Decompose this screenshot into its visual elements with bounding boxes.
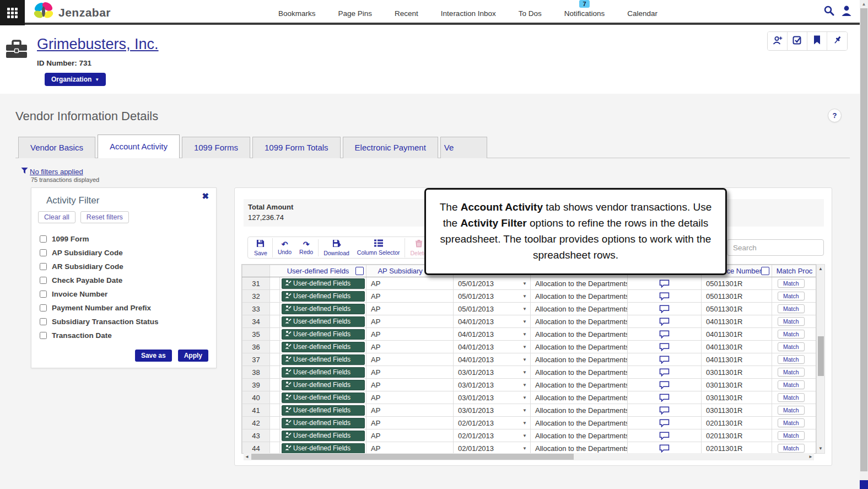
tab-vendor-basics[interactable]: Vendor Basics bbox=[18, 137, 95, 158]
comment-bubble-icon[interactable] bbox=[659, 393, 670, 401]
invoice-number-cell[interactable]: 03011301R bbox=[702, 379, 772, 391]
date-dropdown-icon[interactable]: ▼ bbox=[522, 421, 527, 426]
ap-subsidiary-code-cell[interactable]: AP bbox=[366, 290, 454, 303]
invoice-number-cell[interactable]: 02011301R bbox=[702, 417, 772, 429]
filter-option-checkbox[interactable] bbox=[40, 249, 47, 256]
row-number[interactable]: 33 bbox=[242, 303, 270, 315]
nav-to-dos[interactable]: To Dos bbox=[519, 5, 542, 18]
window-scrollbar[interactable]: ▲ bbox=[860, 0, 868, 489]
match-button[interactable]: Match bbox=[778, 444, 805, 453]
date-dropdown-icon[interactable]: ▼ bbox=[522, 357, 527, 362]
match-button[interactable]: Match bbox=[778, 330, 805, 338]
nav-bookmarks[interactable]: Bookmarks bbox=[278, 5, 316, 18]
column-filter-icon[interactable] bbox=[355, 267, 364, 275]
transaction-description-cell[interactable]: Allocation to the Departments bbox=[531, 303, 628, 315]
invoice-number-cell[interactable]: 05011301R bbox=[702, 290, 772, 303]
date-dropdown-icon[interactable]: ▼ bbox=[522, 370, 527, 375]
transaction-date-cell[interactable]: 05/01/2013▼ bbox=[454, 303, 531, 315]
comment-bubble-icon[interactable] bbox=[659, 279, 670, 287]
user-defined-fields-button[interactable]: User-defined Fields bbox=[282, 418, 365, 428]
comments-cell[interactable] bbox=[628, 379, 702, 391]
comment-bubble-icon[interactable] bbox=[659, 431, 670, 439]
match-button[interactable]: Match bbox=[778, 355, 805, 364]
invoice-number-cell[interactable]: 04011301R bbox=[702, 353, 772, 366]
row-number[interactable]: 40 bbox=[242, 391, 270, 404]
transaction-date-cell[interactable]: 02/01/2013▼ bbox=[454, 417, 531, 429]
invoice-number-cell[interactable]: 02011301R bbox=[702, 442, 772, 454]
match-button[interactable]: Match bbox=[778, 431, 805, 440]
ap-subsidiary-code-cell[interactable]: AP bbox=[366, 391, 454, 404]
date-dropdown-icon[interactable]: ▼ bbox=[522, 345, 527, 350]
comment-bubble-icon[interactable] bbox=[659, 444, 670, 452]
match-button[interactable]: Match bbox=[778, 406, 805, 415]
tab-account-activity[interactable]: Account Activity bbox=[98, 135, 180, 158]
ap-subsidiary-code-cell[interactable]: AP bbox=[366, 442, 454, 454]
invoice-number-cell[interactable]: 05011301R bbox=[702, 303, 772, 315]
filter-option-checkbox[interactable] bbox=[40, 318, 47, 325]
brand-logo[interactable]: Jenzabar bbox=[33, 2, 111, 24]
comment-bubble-icon[interactable] bbox=[659, 330, 670, 338]
grid-horizontal-scrollbar[interactable]: ◄ ► bbox=[244, 453, 814, 460]
invoice-number-cell[interactable]: 03011301R bbox=[702, 391, 772, 404]
ap-subsidiary-code-cell[interactable]: AP bbox=[366, 315, 454, 328]
grid-vertical-scrollbar[interactable]: ▲ ▼ bbox=[816, 264, 825, 454]
clear-all-button[interactable]: Clear all bbox=[38, 211, 76, 223]
transaction-date-cell[interactable]: 04/01/2013▼ bbox=[454, 341, 531, 353]
comments-cell[interactable] bbox=[628, 353, 702, 366]
user-defined-fields-button[interactable]: User-defined Fields bbox=[282, 342, 365, 352]
invoice-number-cell[interactable]: 03011301R bbox=[702, 366, 772, 379]
filter-option-checkbox[interactable] bbox=[40, 263, 47, 270]
apps-menu-button[interactable] bbox=[0, 0, 25, 25]
tab-1099-form-totals[interactable]: 1099 Form Totals bbox=[252, 137, 341, 158]
transaction-description-cell[interactable]: Allocation to the Departments bbox=[531, 417, 628, 429]
match-button[interactable]: Match bbox=[778, 279, 805, 288]
transaction-date-cell[interactable]: 02/01/2013▼ bbox=[454, 442, 531, 454]
search-icon[interactable] bbox=[823, 5, 834, 18]
download-button[interactable]: Download bbox=[320, 238, 353, 257]
user-defined-fields-button[interactable]: User-defined Fields bbox=[282, 278, 365, 289]
header-match-process[interactable]: Match Proc bbox=[772, 265, 817, 277]
row-number[interactable]: 42 bbox=[242, 417, 270, 429]
transaction-date-cell[interactable]: 03/01/2013▼ bbox=[454, 379, 531, 391]
transaction-description-cell[interactable]: Allocation to the Departments bbox=[531, 277, 628, 290]
comments-cell[interactable] bbox=[628, 277, 702, 290]
transaction-description-cell[interactable]: Allocation to the Departments bbox=[531, 290, 628, 303]
row-number[interactable]: 38 bbox=[242, 366, 270, 379]
transaction-description-cell[interactable]: Allocation to the Departments bbox=[531, 328, 628, 341]
date-dropdown-icon[interactable]: ▼ bbox=[522, 408, 527, 413]
user-defined-fields-button[interactable]: User-defined Fields bbox=[282, 431, 365, 441]
user-defined-fields-button[interactable]: User-defined Fields bbox=[282, 304, 365, 314]
header-user-defined-fields[interactable]: User-defined Fields bbox=[270, 265, 366, 277]
match-button[interactable]: Match bbox=[778, 317, 805, 326]
comment-bubble-icon[interactable] bbox=[659, 368, 670, 376]
pin-button[interactable] bbox=[827, 32, 847, 50]
column-filter-icon[interactable] bbox=[761, 267, 769, 275]
comments-cell[interactable] bbox=[628, 303, 702, 315]
row-number[interactable]: 32 bbox=[242, 290, 270, 303]
ap-subsidiary-code-cell[interactable]: AP bbox=[366, 366, 454, 379]
tab-1099-forms[interactable]: 1099 Forms bbox=[182, 137, 250, 158]
add-interaction-button[interactable] bbox=[768, 32, 788, 50]
row-number[interactable]: 43 bbox=[242, 429, 270, 442]
filter-option-checkbox[interactable] bbox=[40, 304, 47, 311]
transaction-date-cell[interactable]: 03/01/2013▼ bbox=[454, 391, 531, 404]
row-number[interactable]: 44 bbox=[242, 442, 270, 454]
invoice-number-cell[interactable]: 04011301R bbox=[702, 315, 772, 328]
comments-cell[interactable] bbox=[628, 328, 702, 341]
transaction-date-cell[interactable]: 04/01/2013▼ bbox=[454, 353, 531, 366]
row-number[interactable]: 34 bbox=[242, 315, 270, 328]
user-defined-fields-button[interactable]: User-defined Fields bbox=[282, 354, 365, 365]
user-defined-fields-button[interactable]: User-defined Fields bbox=[282, 329, 365, 340]
transaction-description-cell[interactable]: Allocation to the Departments bbox=[531, 442, 628, 454]
tab-partial[interactable]: Ve bbox=[440, 137, 488, 158]
apply-button[interactable]: Apply bbox=[178, 350, 208, 362]
transaction-date-cell[interactable]: 03/01/2013▼ bbox=[454, 366, 531, 379]
user-defined-fields-button[interactable]: User-defined Fields bbox=[282, 291, 365, 302]
horizontal-scroll-thumb[interactable] bbox=[251, 454, 574, 460]
comment-bubble-icon[interactable] bbox=[659, 355, 670, 363]
match-button[interactable]: Match bbox=[778, 393, 805, 402]
transaction-date-cell[interactable]: 04/01/2013▼ bbox=[454, 315, 531, 328]
ap-subsidiary-code-cell[interactable]: AP bbox=[366, 404, 454, 417]
ap-subsidiary-code-cell[interactable]: AP bbox=[366, 429, 454, 442]
comments-cell[interactable] bbox=[628, 341, 702, 353]
